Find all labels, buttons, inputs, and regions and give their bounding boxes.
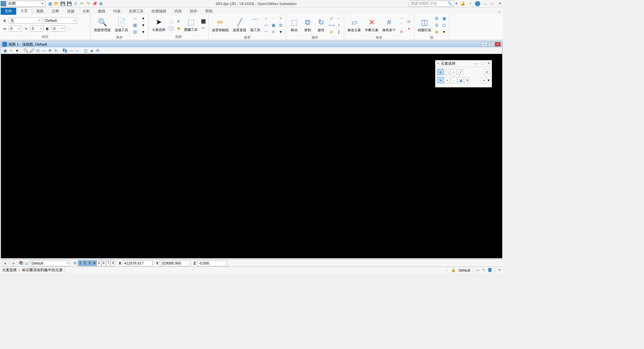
array-icon[interactable]: ⊞ [328,29,334,35]
new-icon[interactable]: ▦ [47,1,53,6]
open-icon[interactable]: 📂 [54,1,59,6]
level-dropdown[interactable]: 无 [9,17,42,23]
status-runner-icon[interactable]: ⟳ [498,268,501,272]
z-field[interactable] [197,260,227,266]
group-extra1[interactable]: ⊞ [434,15,440,21]
mirror-icon[interactable]: ⟷ [328,22,334,28]
maximize-button[interactable]: □ [490,1,495,6]
tab-home[interactable]: 主页 [16,7,32,15]
move-button[interactable]: ⬚ 移动 [288,17,300,33]
color-dropdown[interactable]: 0 [9,25,22,32]
view-tab-7[interactable]: 7 [106,260,111,266]
view-tab-8[interactable]: 8 [111,260,115,266]
save-icon[interactable]: 💾 [60,1,65,6]
view-attributes-icon[interactable]: ▣ [2,48,8,53]
rotate-button[interactable]: ↻ 旋转 [315,17,327,33]
circle-icon[interactable]: ○ [263,15,269,21]
group-extra5[interactable]: ⊡ [441,22,447,28]
group-extra3[interactable]: ◉ [434,29,440,35]
select-none-icon[interactable]: ◯ [168,25,174,31]
pin-icon[interactable]: 📌 [92,1,97,6]
active-level-label[interactable]: Default [459,268,470,272]
view-groups-icon[interactable]: ⊞ [73,261,76,265]
modify-element-button[interactable]: ▱ 修改元素 [346,17,362,33]
select-by-icon[interactable]: ◆ [175,25,181,31]
tab-analyze[interactable]: 分析 [78,8,94,15]
save-settings-icon[interactable]: 💾 [66,1,72,6]
weight-dropdown[interactable]: 0 [52,25,65,32]
view-minimize-button[interactable]: — [481,42,487,47]
select-shape-icon[interactable]: ○ [451,69,457,75]
move-parallel-icon[interactable]: ∥ [336,29,342,35]
tab-help[interactable]: 帮助 [201,8,217,15]
view-tab-2[interactable]: 2 [83,260,87,266]
zoom-in-icon[interactable]: 🔍 [23,48,29,53]
select-disable-icon[interactable]: ⊘ [484,69,490,75]
basic-extra3[interactable]: ▾ [140,29,146,35]
display-style-icon[interactable]: ☀ [8,48,14,53]
polyline-icon[interactable]: 〰 [263,29,269,35]
y-field[interactable] [160,260,190,266]
select-handles-icon[interactable]: ▪ [481,77,487,83]
modify-extra1[interactable]: ⟳ [406,19,412,25]
transparency-icon[interactable]: ⬚ [66,26,72,31]
mode-new-icon[interactable]: ➤ [437,77,443,83]
lock-icon[interactable]: 🔒 [451,268,456,272]
fence-extra2[interactable]: ✂ [200,25,206,31]
fence-tools-button[interactable]: ⬚ 围栅工具 [183,17,199,33]
window-area-icon[interactable]: ▭ [41,48,47,53]
place-line-button[interactable]: ╱ 放置直线 [231,17,248,33]
break-element-button[interactable]: ✕ 中断元素 [364,17,380,33]
clip-volume-icon[interactable]: ◫ [83,48,88,53]
group-extra2[interactable]: ⊟ [434,22,440,28]
linestyle-dropdown[interactable]: Default [44,17,77,23]
stretch-icon[interactable]: ↔ [336,15,342,21]
placement-extra3[interactable]: ▾ [278,29,284,35]
select-line-icon[interactable]: ╱ [458,69,464,75]
attach-tools-button[interactable]: 📄 连接工具 [113,17,129,33]
tab-view[interactable]: 视图 [32,8,48,15]
level-tree-icon[interactable]: 🗂 [25,261,29,265]
basic-extra1[interactable]: ▾ [140,15,146,21]
select-block-icon[interactable]: ⬚ [444,69,450,75]
properties-button[interactable]: ▤ [131,29,139,35]
view-prev-icon[interactable]: ▭ [68,48,73,53]
close-button[interactable]: ✕ [497,1,502,6]
panel-close-icon[interactable]: ✕ [487,61,490,66]
rect-icon[interactable]: ▭ [263,22,269,28]
mode-add-icon[interactable]: + [444,77,450,83]
select-all-icon[interactable]: ⬚ [168,18,174,24]
tab-curves[interactable]: 曲线 [94,8,109,15]
fillet-icon[interactable]: ⌒ [398,22,405,28]
walk-icon[interactable]: 👣 [62,48,67,53]
smartline-button[interactable]: ✏ 放置智能线 [211,17,230,33]
view-tab-6[interactable]: 6 [101,260,106,266]
panel-dropdown-icon[interactable]: ▾ [488,78,490,82]
view-title-bar[interactable]: 视图 1 - 顶视图, Default — □ ✕ [1,41,502,47]
panel-minimize-icon[interactable]: — [475,61,478,66]
scale-icon[interactable]: ⤢ [328,15,334,21]
copy-button[interactable]: ⧉ 复制 [302,17,314,33]
select-prev-icon[interactable]: ✦ [175,18,181,24]
group-extra4[interactable]: ▣ [441,15,447,21]
ribbon-collapse-icon[interactable]: ^ [499,11,500,15]
level-dropdown[interactable]: Default [30,260,70,266]
view-tab-3[interactable]: 3 [87,260,92,266]
notification-icon[interactable]: 🔔 [460,1,466,6]
models-button[interactable]: ▭ [131,15,139,21]
user-badge[interactable]: UC [475,1,480,6]
view-close-button[interactable]: ✕ [495,42,501,47]
mode-all-icon[interactable]: ⊛ [464,77,470,83]
clip-mask-icon[interactable]: ◈ [89,48,94,53]
search-arrow[interactable]: ▾ [455,1,458,6]
panel-title-bar[interactable]: ✎ 元素选择 — □ ✕ [435,60,492,67]
ribbon-search[interactable]: 搜索功能区 (F4) 🔍 [409,1,454,7]
view-tab-4[interactable]: 4 [92,260,97,266]
tab-constraints[interactable]: 约束 [109,8,125,15]
placement-extra2[interactable]: ⊞ [278,22,284,28]
tab-utilities[interactable]: 实用工具 [125,8,148,15]
delete-icon[interactable]: ✕ [398,29,405,35]
viewport[interactable]: ✎ 元素选择 — □ ✕ ⊞ ⬚ ○ ╱ ⊘ ➤ [1,54,502,258]
align-icon[interactable]: ⫴ [336,22,342,28]
mode-subtract-icon[interactable]: − [451,77,457,83]
